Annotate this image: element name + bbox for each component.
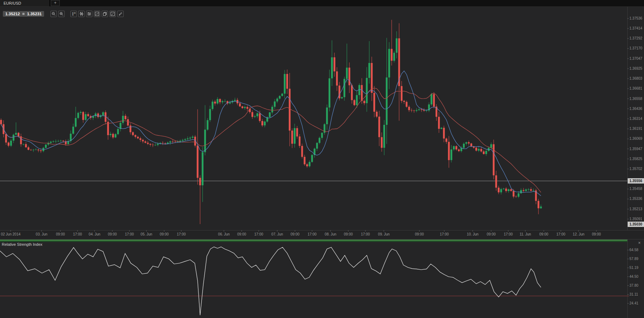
bid-price[interactable]: 1.35212: [5, 12, 20, 16]
price-axis-label: 1.36436: [629, 107, 642, 111]
edit-button[interactable]: [109, 11, 116, 17]
ma-slow-line: [1, 88, 541, 192]
price-axis-label: 1.37047: [629, 57, 642, 60]
candlestick-series: [0, 20, 542, 224]
rsi-axis-label: 57.89: [629, 257, 638, 261]
time-axis-label: 09:00: [160, 232, 168, 236]
time-axis-label: 09:00: [290, 232, 299, 236]
time-axis-label: 06. Jun: [218, 232, 230, 236]
draw-button[interactable]: [117, 11, 124, 17]
time-axis-label: 08. Jun: [325, 232, 337, 236]
price-axis-label: 1.37170: [629, 46, 642, 50]
rsi-line: [0, 247, 541, 315]
tab-eurusd[interactable]: EUR/USD: [0, 0, 50, 6]
pen-icon: [118, 12, 123, 16]
price-axis-label: 1.35091: [629, 217, 642, 221]
time-axis-label: 17:00: [177, 232, 186, 236]
time-axis-label: 17:00: [307, 232, 316, 236]
duplicate-button[interactable]: [102, 11, 108, 17]
current-price-badge: 1.35556: [628, 178, 644, 184]
quote-panel: 1.35212 1.35231: [3, 11, 44, 17]
time-axis-label: 17:00: [440, 232, 449, 236]
sliders-icon: [87, 12, 91, 16]
indicator-settings-button[interactable]: [86, 11, 92, 17]
new-tab-button[interactable]: +: [51, 0, 60, 6]
price-axis-label: 1.36069: [629, 137, 642, 141]
time-axis-label: 09:00: [592, 232, 601, 236]
rsi-axis-label: 37.80: [629, 283, 638, 287]
time-axis-label: 05. Jun: [141, 232, 152, 236]
time-axis-label: 17:00: [73, 232, 82, 236]
time-axis-label: 17:00: [254, 232, 263, 236]
time-axis-label: 12. Jun: [573, 232, 585, 236]
time-axis-label: 09:00: [108, 232, 117, 236]
price-axis-label: 1.35947: [629, 147, 642, 151]
zoom-out-button[interactable]: [50, 11, 57, 17]
chart-overlay-button[interactable]: [94, 11, 100, 17]
price-axis-label: 1.36558: [629, 97, 642, 101]
price-axis-label: 1.35336: [629, 197, 642, 201]
time-axis-label: 09:00: [539, 232, 548, 236]
time-axis-label: 17:00: [125, 232, 134, 236]
time-axis-label: 02 Jun 2014: [1, 232, 20, 236]
price-axis-label: 1.37292: [629, 36, 642, 40]
trading-app: EUR/USD + 1.35212 1.35231 1H: [0, 0, 644, 318]
rsi-title: Relative Strength Index: [2, 242, 42, 247]
chart-style-button[interactable]: [78, 11, 85, 17]
rsi-close-button[interactable]: ×: [637, 240, 642, 245]
time-axis-label: 11. Jun: [520, 232, 531, 236]
time-axis-label: 04. Jun: [89, 232, 101, 236]
time-axis-label: 17:00: [504, 232, 512, 236]
chart-toolbar: 1.35212 1.35231 1H: [3, 11, 125, 17]
price-axis-label: 1.35702: [629, 167, 642, 171]
time-axis-label: 09:00: [344, 232, 353, 236]
candlestick-icon: [79, 12, 84, 16]
ma-fast-line: [1, 71, 541, 196]
rsi-axis-label: 51.19: [629, 266, 638, 270]
rsi-axis-label: 24.41: [629, 301, 638, 305]
price-axis-label: 1.35458: [629, 187, 642, 191]
time-axis-label: 17:00: [361, 232, 370, 236]
price-axis-label: 1.36925: [629, 67, 642, 70]
ask-price[interactable]: 1.35231: [27, 12, 42, 16]
zoom-in-icon: [59, 12, 64, 16]
time-axis-label: 09:00: [415, 232, 424, 236]
time-axis-label: 03. Jun: [36, 232, 48, 236]
copy-icon: [103, 12, 107, 16]
price-axis-label: 1.36803: [629, 76, 642, 80]
zoom-in-button[interactable]: [58, 11, 65, 17]
chart-canvas[interactable]: [0, 0, 644, 318]
price-axis-label: 1.37536: [629, 16, 642, 20]
edit-icon: [111, 12, 115, 16]
price-axis-label: 1.37414: [629, 26, 642, 30]
time-axis-label: 09. Jun: [378, 232, 390, 236]
rsi-axis-label: 64.58: [629, 248, 638, 252]
spread-marker-icon: [22, 13, 25, 15]
price-axis-label: 1.35213: [629, 207, 642, 211]
line-chart-icon: [95, 12, 99, 16]
time-axis-label: 09:00: [56, 232, 65, 236]
timeframe-label: 1H: [72, 11, 76, 16]
tab-bar: EUR/USD +: [0, 0, 644, 7]
session-low-badge: 1.35030: [628, 222, 644, 227]
time-axis-label: 07. Jun: [272, 232, 283, 236]
price-axis-label: 1.36191: [629, 127, 642, 131]
price-axis-label: 1.36681: [629, 86, 642, 90]
time-axis-label: 10. Jun: [467, 232, 479, 236]
timeframe-button[interactable]: 1H: [70, 11, 77, 17]
price-axis-label: 1.36314: [629, 117, 642, 121]
time-axis-label: 09:00: [487, 232, 495, 236]
zoom-out-icon: [52, 12, 56, 16]
price-axis-label: 1.35825: [629, 157, 642, 161]
rsi-axis-label: 31.11: [629, 292, 638, 296]
time-axis-label: 09:00: [237, 232, 246, 236]
time-axis-label: 17:00: [556, 232, 565, 236]
rsi-axis-label: 44.50: [629, 275, 638, 279]
